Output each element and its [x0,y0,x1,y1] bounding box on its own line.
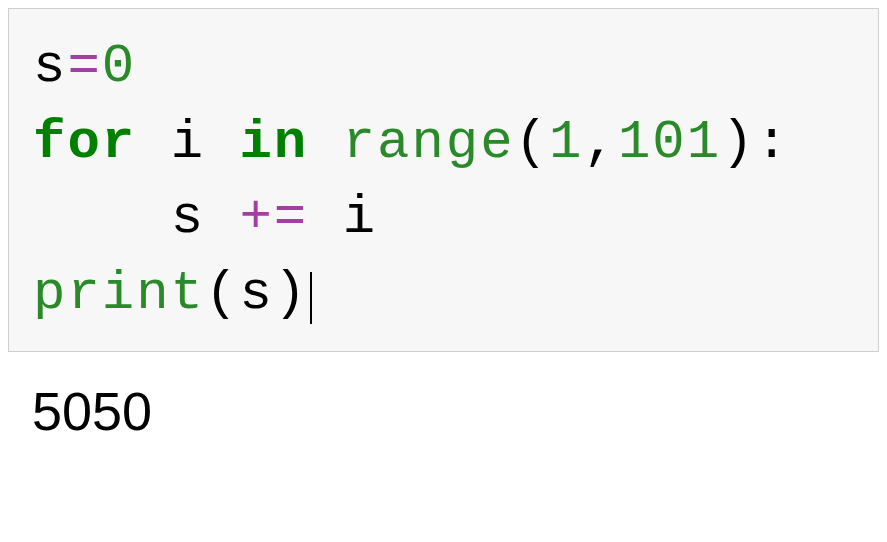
code-builtin-print: print [33,263,205,324]
code-colon: : [756,112,790,173]
code-variable-s: s [33,36,67,97]
code-line-2: for i in range(1,101): [33,105,854,181]
code-cell[interactable]: s=0 for i in range(1,101): s += i print(… [8,8,879,352]
code-builtin-range: range [343,112,515,173]
code-variable-s: s [171,187,205,248]
code-operator-pluseq: += [239,187,308,248]
text-cursor [310,272,312,323]
code-number-101: 101 [618,112,721,173]
code-comma: , [584,112,618,173]
code-variable-i: i [343,187,377,248]
code-keyword-for: for [33,112,136,173]
code-paren-open: ( [205,263,239,324]
code-number-1: 1 [549,112,583,173]
code-indent [33,180,171,256]
output-text: 5050 [32,381,152,441]
code-paren-close: ) [721,112,755,173]
code-line-1: s=0 [33,29,854,105]
code-line-3: s += i [33,180,854,256]
code-operator-assign: = [67,36,101,97]
code-paren-close: ) [274,263,308,324]
code-paren-open: ( [515,112,549,173]
code-number-0: 0 [102,36,136,97]
output-area: 5050 [8,372,879,450]
code-keyword-in: in [239,112,308,173]
code-variable-i: i [171,112,205,173]
code-variable-s: s [239,263,273,324]
code-line-4: print(s) [33,256,854,332]
